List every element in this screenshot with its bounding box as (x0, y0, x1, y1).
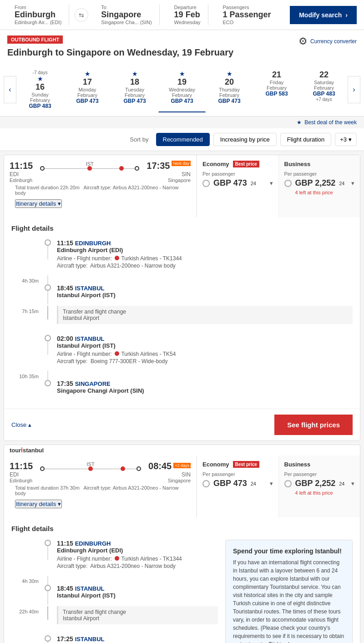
date-day-name: Thursday (208, 87, 251, 92)
tl-middle-ist-dep-2 (43, 635, 52, 643)
istanbul-promo-title: Spend your time exploring Istanbul! (233, 547, 345, 555)
flight-1-details-title: Flight details (11, 224, 353, 232)
layover-place-1: Istanbul Airport (63, 315, 348, 321)
tl-time-1: 11:15 EDINBURGH (57, 239, 353, 247)
flight-1-pricing: Economy Best price Per passenger GBP 473… (196, 155, 360, 217)
date-item-22[interactable]: 22SaturdayFebruaryGBP 483+7 days (300, 67, 348, 112)
tl-right-ist-1: 18:45 ISTANBUL Istanbul Airport (IST) (52, 284, 353, 306)
tl-time-ist-dep-2: 17:25 ISTANBUL (57, 635, 218, 643)
date-item-16[interactable]: -7 days★16SundayFebruaryGBP 483 (16, 67, 64, 112)
chevron-down-icon: ▾ (58, 200, 61, 207)
passengers-section: Passengers 1 Passenger ECO (216, 5, 278, 25)
best-deal-row: ★ Best deal of the week (0, 116, 364, 128)
flight-1-details: Flight details 11:15 EDINBURGH Edinburgh… (4, 217, 360, 409)
tl-airline-edl-2: Airline - Flight number: Turkish Airline… (57, 556, 218, 562)
economy-radio-2[interactable] (202, 480, 210, 487)
flight-2-business-header: Business (284, 461, 355, 468)
flight-1-business-sup: 24 (339, 181, 344, 186)
expand-economy-icon-2[interactable]: ▾ (270, 480, 273, 487)
tl-line-leg2-1 (47, 371, 48, 380)
passengers-label: Passengers (223, 5, 271, 10)
flight-2-arrive-name: Singapore (148, 478, 191, 483)
tl-left-edl-2 (11, 540, 43, 541)
modify-search-button[interactable]: Modify search › (290, 6, 357, 24)
tl-row-singapore-1: 17:35 SINGAPORE Singapore Changi Airport… (11, 380, 353, 401)
date-day-num: 22 (303, 70, 345, 80)
tl-line-ist-1 (47, 291, 48, 304)
economy-label: Economy (202, 161, 229, 167)
flight-1-times: 11:15 EDI Edinburgh IST (10, 161, 191, 183)
istanbul-promo: Spend your time exploring Istanbul! If y… (225, 540, 353, 643)
star-icon-date: ★ (113, 70, 156, 77)
star-icon: ★ (297, 119, 302, 126)
expand-business-icon-2[interactable]: ▾ (351, 480, 354, 487)
flight-2-business-col: Business Per passenger GBP 2,25224 ▾ 4 l… (278, 456, 360, 517)
date-next-button[interactable]: › (348, 76, 360, 103)
stop-dot-1b (119, 166, 124, 171)
flight-card-2-main: 11:15 EDI Edinburgh IST (4, 456, 360, 517)
layover-type-1: Transfer and flight change (63, 309, 348, 315)
depart-endpoint-dot-2 (40, 466, 45, 471)
business-radio-2[interactable] (284, 480, 292, 487)
flight-1-close-button[interactable]: Close ▴ (11, 421, 31, 428)
flight-2-itinerary-button[interactable]: Itinerary details ▾ (15, 500, 62, 508)
business-radio[interactable] (284, 180, 292, 187)
flight-1-business-price: GBP 2,252 (295, 178, 336, 188)
flight-2-business-sup: 24 (339, 481, 344, 486)
tl-airline-label-1: Airline - Flight number: Turkish Airline… (57, 255, 353, 262)
flight-1-economy-price: GBP 473 (213, 178, 247, 188)
expand-economy-icon[interactable]: ▾ (270, 180, 273, 187)
star-icon-date: ★ (208, 70, 251, 77)
chevron-up-icon: ▴ (28, 421, 31, 428)
tl-circle-ist-2 (45, 585, 51, 591)
tl-line-ist-dep-1 (47, 341, 48, 355)
date-item-19[interactable]: ★19WednesdayFebruaryGBP 473 (158, 67, 206, 112)
sort-more-button[interactable]: +3 ▾ (335, 133, 357, 146)
tl-left-ist-1 (11, 284, 43, 285)
date-item-21[interactable]: 21FridayFebruaryGBP 583 (253, 67, 300, 112)
economy-radio[interactable] (202, 180, 210, 187)
tl-airport-sin-1: Singapore Changi Airport (SIN) (57, 387, 353, 394)
star-icon-date: ★ (19, 75, 61, 82)
flight-1-itinerary-button[interactable]: Itinerary details ▾ (15, 199, 62, 208)
date-item-18[interactable]: ★18TuesdayFebruaryGBP 473 (111, 67, 158, 112)
airline-dot-1b (115, 351, 119, 356)
tl-circle-ist-dep-2 (45, 635, 51, 642)
outbound-tag: OUTBOUND FLIGHT (7, 35, 63, 44)
currency-converter[interactable]: ⚙ Currency converter (298, 35, 357, 47)
to-section: To Singapore Singapore Cha... (SIN) (94, 5, 159, 25)
flight-1-see-prices-button[interactable]: See flight prices (274, 415, 353, 435)
tl-circle-edl-2 (45, 540, 51, 546)
flight-2-economy-header: Economy Best price (202, 461, 273, 468)
date-item-17[interactable]: ★17MondayFebruaryGBP 473 (64, 67, 111, 112)
sort-recommended-button[interactable]: Recommended (156, 133, 210, 146)
business-label-2: Business (284, 461, 311, 468)
flight-1-duration-info: Total travel duration 22h 20m Aircraft t… (10, 183, 191, 199)
expand-business-icon[interactable]: ▾ (351, 180, 354, 187)
flight-2-arrive-code: SIN (148, 471, 191, 478)
date-day-name: Friday (255, 80, 298, 85)
flight-1-business-note: 4 left at this price (295, 190, 355, 195)
flight-1-arrive-name: Singapore (147, 177, 191, 183)
istanbul-promo-text: If you have an international flight conn… (233, 558, 345, 643)
flight-1-business-header: Business (284, 161, 355, 167)
tl-right-dur-1 (52, 275, 353, 281)
flight-2-details-title: Flight details (11, 525, 353, 532)
tl-middle-leg2-1 (43, 371, 52, 380)
tl-middle-dur-1 (43, 275, 52, 284)
passengers-class: ECO (223, 20, 271, 25)
flight-1-route: 11:15 EDI Edinburgh IST (4, 155, 196, 217)
tl-left-ist-2 (11, 585, 43, 586)
date-prev-button[interactable]: ‹ (4, 76, 16, 103)
sort-increasing-button[interactable]: Increasing by price (213, 133, 277, 146)
tl-row-edinburgh-1: 11:15 EDINBURGH Edinburgh Airport (EDI) … (11, 239, 353, 275)
tl-airline-ist-dep-1: Airline - Flight number: Turkish Airline… (57, 351, 353, 357)
date-selector: ‹ -7 days★16SundayFebruaryGBP 483★17Mond… (0, 63, 364, 116)
date-day-num: 20 (208, 77, 251, 87)
date-item-20[interactable]: ★20ThursdayFebruaryGBP 473 (206, 67, 253, 112)
tl-line-layover-1 (47, 306, 48, 319)
sort-duration-button[interactable]: Flight duration (280, 133, 331, 146)
tl-right-leg2-1 (52, 371, 353, 376)
date-day-num: 21 (255, 70, 298, 80)
flight-1-depart-time: 11:15 (10, 161, 33, 171)
